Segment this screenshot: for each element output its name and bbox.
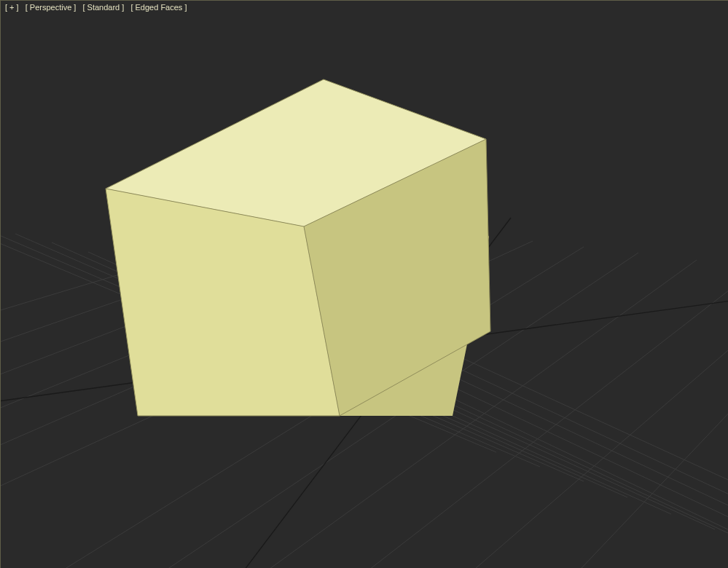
viewport-scene — [1, 1, 727, 567]
viewport-maximize-toggle[interactable]: [ + ] — [3, 3, 21, 12]
viewport-rendermode-menu[interactable]: [ Standard ] — [80, 3, 126, 12]
scene-svg — [1, 1, 728, 568]
viewport-perspective[interactable]: [ + ] [ Perspective ] [ Standard ] [ Edg… — [0, 0, 728, 568]
viewport-view-menu[interactable]: [ Perspective ] — [23, 3, 79, 12]
viewport-shading-menu[interactable]: [ Edged Faces ] — [128, 3, 189, 12]
viewport-label-bar: [ + ] [ Perspective ] [ Standard ] [ Edg… — [3, 3, 189, 12]
